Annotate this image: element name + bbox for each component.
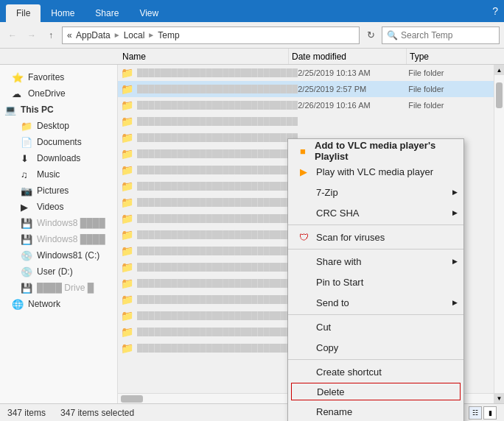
scroll-down-button[interactable]: ▼ <box>494 393 504 403</box>
sidebar-item-windows8b[interactable]: 💾 Windows8 ████ <box>0 231 117 247</box>
help-button[interactable]: ? <box>492 5 498 17</box>
search-input[interactable] <box>401 30 494 40</box>
sidebar-item-desktop[interactable]: 📁 Desktop <box>0 118 117 134</box>
cm-separator-1 <box>288 224 463 225</box>
file-row[interactable]: 📁 ████████████████████████████ 2/25/2019… <box>118 81 494 97</box>
cm-item-scan-viruses[interactable]: 🛡 Scan for viruses <box>288 227 463 247</box>
file-name: ████████████████████████████ <box>137 263 298 272</box>
cm-separator-2 <box>288 249 463 250</box>
downloads-icon: ⬇ <box>21 153 32 164</box>
cm-item-add-vlc-playlist[interactable]: ■ Add to VLC media player's Playlist <box>288 141 463 161</box>
sidebar-item-other-drive[interactable]: 💾 ████ Drive █ <box>0 280 117 296</box>
back-button[interactable]: ← <box>4 27 21 43</box>
forward-button[interactable]: → <box>24 27 40 43</box>
sidebar-item-userd[interactable]: 💿 User (D:) <box>0 263 117 280</box>
search-box[interactable]: 🔍 <box>382 26 500 44</box>
vlc-play-icon: ▶ <box>297 166 310 177</box>
tab-share[interactable]: Share <box>85 4 129 22</box>
refresh-button[interactable]: ↻ <box>363 27 379 43</box>
file-row[interactable]: 📁████████████████████████████ <box>118 113 494 130</box>
file-type: File folder <box>408 85 482 93</box>
file-name: ████████████████████████████ <box>137 295 298 304</box>
scroll-up-button[interactable]: ▲ <box>494 65 504 75</box>
sidebar-item-videos[interactable]: ▶ Videos <box>0 199 117 215</box>
cdrive-icon: 💿 <box>21 250 32 261</box>
col-header-date[interactable]: Date modified <box>289 49 407 64</box>
sidebar-onedrive-label: OneDrive <box>28 88 66 99</box>
vlc-icon: ■ <box>297 146 309 157</box>
sidebar-item-favorites[interactable]: ⭐ Favorites <box>0 69 117 85</box>
sidebar-item-downloads[interactable]: ⬇ Downloads <box>0 150 117 166</box>
sidebar-item-windows8a[interactable]: 💾 Windows8 ████ <box>0 215 117 231</box>
sidebar-item-music[interactable]: ♫ Music <box>0 166 117 183</box>
cm-item-7zip[interactable]: 7-Zip <box>288 182 463 202</box>
sidebar-other-drive-label: ████ Drive █ <box>37 283 94 293</box>
file-name: ████████████████████████████ <box>137 149 298 158</box>
file-name: ████████████████████████████ <box>137 279 298 288</box>
cm-item-send-to[interactable]: Send to <box>288 292 463 313</box>
sidebar-item-windows81c[interactable]: 💿 Windows81 (C:) <box>0 247 117 263</box>
sidebar-item-onedrive[interactable]: ☁ OneDrive <box>0 85 117 102</box>
crumb-temp[interactable]: Temp <box>158 30 179 40</box>
cm-item-rename[interactable]: Rename <box>288 401 463 421</box>
cm-item-cut[interactable]: Cut <box>288 316 463 337</box>
crumb-local[interactable]: Local <box>124 30 145 40</box>
onedrive-icon: ☁ <box>12 88 24 99</box>
col-header-type[interactable]: Type <box>407 49 480 64</box>
sidebar-videos-label: Videos <box>37 202 63 212</box>
title-tabs: File Home Share View <box>6 0 169 22</box>
folder-icon: 📁 <box>121 245 134 257</box>
view-tiles-button[interactable]: ▮ <box>483 406 497 420</box>
sidebar-userd-label: User (D:) <box>37 266 73 277</box>
favorites-icon: ⭐ <box>12 72 24 83</box>
sidebar-item-pictures[interactable]: 📷 Pictures <box>0 183 117 199</box>
col-header-name[interactable]: Name <box>119 49 289 64</box>
file-name: ████████████████████████████ <box>137 311 298 320</box>
sidebar-item-thispc[interactable]: 💻 This PC <box>0 102 117 118</box>
folder-icon: 📁 <box>121 213 134 224</box>
up-button[interactable]: ↑ <box>43 27 59 43</box>
sidebar: ⭐ Favorites ☁ OneDrive 💻 This PC 📁 Deskt… <box>0 65 118 403</box>
drive-icon: 💾 <box>21 218 32 229</box>
ddrive-icon: 💿 <box>21 266 32 277</box>
scan-icon: 🛡 <box>297 232 310 243</box>
file-name: ████████████████████████████ <box>137 101 298 110</box>
view-details-button[interactable]: ☷ <box>469 406 482 420</box>
cm-item-create-shortcut[interactable]: Create shortcut <box>288 361 463 382</box>
cm-item-play-vlc[interactable]: ▶ Play with VLC media player <box>288 161 463 182</box>
scroll-thumb[interactable] <box>496 82 503 108</box>
cm-item-pin-to-start[interactable]: Pin to Start <box>288 272 463 292</box>
vertical-scrollbar[interactable]: ▲ ▼ <box>494 65 504 403</box>
folder-icon: 📁 <box>121 294 134 305</box>
tab-file[interactable]: File <box>6 4 41 22</box>
file-date: 2/25/2019 2:57 PM <box>298 85 408 93</box>
address-bar[interactable]: « AppData ► Local ► Temp <box>62 26 360 44</box>
file-name: ████████████████████████████ <box>137 214 298 223</box>
cm-item-share-with[interactable]: Share with <box>288 251 463 272</box>
cm-item-crc-sha[interactable]: CRC SHA <box>288 202 463 223</box>
cm-item-delete[interactable]: Delete <box>291 383 461 400</box>
sidebar-windows81c-label: Windows81 (C:) <box>37 250 99 261</box>
file-name: ████████████████████████████ <box>137 247 298 255</box>
folder-icon: 📁 <box>121 132 134 144</box>
tab-home[interactable]: Home <box>41 4 85 22</box>
crumb-appdata[interactable]: AppData <box>76 30 111 40</box>
context-menu: ■ Add to VLC media player's Playlist ▶ P… <box>287 138 464 421</box>
selected-count: 347 items selected <box>60 408 134 418</box>
file-type: File folder <box>408 68 482 77</box>
network-icon: 🌐 <box>12 299 24 310</box>
tab-view[interactable]: View <box>129 4 169 22</box>
file-row[interactable]: 📁 ████████████████████████████ 2/26/2019… <box>118 97 494 113</box>
documents-icon: 📄 <box>21 137 32 148</box>
folder-icon: 📁 <box>121 342 134 354</box>
folder-icon: 📁 <box>121 197 134 208</box>
file-row[interactable]: 📁 ████████████████████████████ 2/25/2019… <box>118 65 494 81</box>
videos-icon: ▶ <box>21 202 32 213</box>
crumb-icon: « <box>67 30 74 40</box>
h-scrollbar-thumb[interactable] <box>121 395 143 403</box>
file-name: ████████████████████████████ <box>137 68 298 77</box>
item-count: 347 items <box>7 408 46 418</box>
sidebar-item-network[interactable]: 🌐 Network <box>0 296 117 312</box>
sidebar-item-documents[interactable]: 📄 Documents <box>0 134 117 150</box>
cm-item-copy[interactable]: Copy <box>288 337 463 358</box>
